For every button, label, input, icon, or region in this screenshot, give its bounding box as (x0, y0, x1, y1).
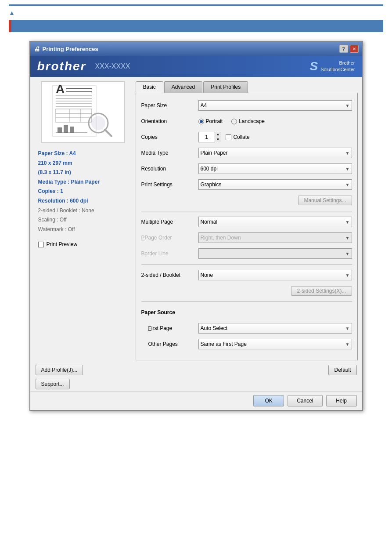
info-two-sided: 2-sided / Booklet : None (38, 206, 128, 216)
two-sided-arrow: ▼ (345, 273, 350, 278)
tab-content-basic: Paper Size A4 ▼ Orientation (136, 93, 358, 360)
other-pages-select[interactable]: Same as First Page ▼ (198, 339, 352, 349)
info-panel: Paper Size : A4 210 x 297 mm (8.3 x 11.7… (35, 147, 131, 236)
support-button[interactable]: Support... (36, 379, 70, 389)
copies-group: ▲ ▼ Collate (198, 132, 352, 142)
border-line-label: Border Line (141, 250, 198, 257)
footer-right-buttons: Default (328, 365, 356, 375)
close-button[interactable]: ✕ (350, 45, 359, 53)
orientation-label: Orientation (141, 118, 198, 124)
first-page-arrow: ▼ (345, 326, 350, 331)
paper-source-header-row: Paper Source (141, 306, 352, 319)
media-type-arrow: ▼ (345, 151, 350, 156)
solutions-icon: S (310, 59, 318, 73)
collate-checkbox[interactable] (226, 134, 231, 140)
multiple-page-select[interactable]: Normal ▼ (198, 217, 352, 227)
cancel-button[interactable]: Cancel (288, 395, 322, 406)
landscape-radio-circle[interactable] (231, 119, 237, 124)
info-paper-size-1: Paper Size : A4 (38, 149, 128, 159)
media-type-label: Media Type (141, 150, 198, 156)
default-button[interactable]: Default (328, 365, 356, 375)
print-preview-row: Print Preview (35, 239, 131, 249)
manual-settings-button[interactable]: Manual Settings... (298, 196, 352, 205)
info-media-type: Media Type : Plain Paper (38, 178, 128, 187)
multiple-page-arrow: ▼ (345, 220, 350, 225)
tab-basic[interactable]: Basic (136, 81, 163, 93)
tab-advanced[interactable]: Advanced (164, 81, 202, 93)
print-settings-label: Print Settings (141, 181, 198, 188)
brother-logo: brother (37, 59, 86, 73)
manual-settings-control: Manual Settings... (198, 196, 352, 205)
printing-preferences-dialog: 🖨 Printing Preferences ? ✕ brother XXX-X… (29, 41, 363, 411)
svg-text:A: A (56, 83, 65, 96)
paper-size-select[interactable]: A4 ▼ (198, 100, 352, 111)
orientation-control: Portrait Landscape (198, 118, 352, 124)
portrait-label: Portrait (206, 118, 223, 124)
first-page-select[interactable]: Auto Select ▼ (198, 323, 352, 334)
portrait-radio-circle[interactable] (198, 119, 204, 124)
paper-size-arrow: ▼ (345, 103, 350, 108)
svg-rect-16 (70, 127, 74, 133)
other-pages-control[interactable]: Same as First Page ▼ (198, 339, 352, 349)
help-button[interactable]: Help (326, 395, 357, 406)
help-titlebar-button[interactable]: ? (339, 45, 348, 53)
dialog-body: A (30, 77, 362, 365)
multiple-page-value: Normal (201, 219, 218, 225)
print-preview-checkbox[interactable] (38, 242, 44, 247)
printer-model: XXX-XXXX (95, 62, 130, 70)
paper-size-control[interactable]: A4 ▼ (198, 100, 352, 111)
tab-print-profiles[interactable]: Print Profiles (203, 81, 248, 93)
two-sided-settings-control: 2-sided Settings(X)... (198, 286, 352, 296)
resolution-label: Resolution (141, 166, 198, 172)
paper-source-header: Paper Source (141, 309, 198, 316)
other-pages-label: Other Pages (141, 341, 198, 347)
resolution-select[interactable]: 600 dpi ▼ (198, 163, 352, 174)
portrait-radio[interactable]: Portrait (198, 118, 223, 124)
print-settings-control[interactable]: Graphics ▼ (198, 179, 352, 190)
resolution-control[interactable]: 600 dpi ▼ (198, 163, 352, 174)
media-type-control[interactable]: Plain Paper ▼ (198, 148, 352, 158)
two-sided-settings-button[interactable]: 2-sided Settings(X)... (291, 286, 352, 296)
page-top-line (9, 4, 383, 6)
border-line-arrow: ▼ (345, 251, 350, 256)
copies-row: Copies ▲ ▼ (141, 131, 352, 143)
print-settings-value: Graphics (201, 181, 222, 188)
print-preview-label: Print Preview (47, 241, 78, 247)
border-line-select: ▼ (198, 248, 352, 259)
solutions-center[interactable]: S BrotherSolutionsCenter (310, 59, 355, 73)
first-page-row: First Page Auto Select ▼ (141, 322, 352, 334)
media-type-select[interactable]: Plain Paper ▼ (198, 148, 352, 158)
paper-size-value: A4 (201, 102, 207, 109)
copies-label: Copies (141, 134, 198, 140)
collate-group: Collate (226, 134, 249, 140)
spinner-up[interactable]: ▲ (215, 132, 221, 137)
two-sided-label: 2-sided / Booklet (141, 272, 198, 278)
orientation-radio-group: Portrait Landscape (198, 118, 352, 124)
spinner-down[interactable]: ▼ (215, 137, 221, 142)
border-line-control: ▼ (198, 248, 352, 259)
other-pages-row: Other Pages Same as First Page ▼ (141, 338, 352, 350)
print-settings-row: Print Settings Graphics ▼ (141, 178, 352, 191)
border-line-row: Border Line ▼ (141, 247, 352, 260)
print-settings-select[interactable]: Graphics ▼ (198, 179, 352, 190)
copies-input[interactable] (199, 132, 215, 142)
first-page-control[interactable]: Auto Select ▼ (198, 323, 352, 334)
add-profile-button[interactable]: Add Profile(J)... (36, 365, 83, 375)
copies-spinner[interactable]: ▲ ▼ (198, 132, 222, 142)
page-order-arrow: ▼ (345, 236, 350, 240)
ok-button[interactable]: OK (253, 395, 284, 406)
home-icon[interactable]: ▲ (9, 9, 383, 16)
svg-rect-14 (58, 127, 62, 133)
manual-settings-row: Manual Settings... (141, 194, 352, 207)
separator-1 (141, 211, 352, 211)
landscape-radio[interactable]: Landscape (231, 118, 265, 124)
paper-size-row: Paper Size A4 ▼ (141, 99, 352, 112)
page-order-select: Right, then Down ▼ (198, 232, 352, 243)
multiple-page-control[interactable]: Normal ▼ (198, 217, 352, 227)
two-sided-control[interactable]: None ▼ (198, 270, 352, 280)
two-sided-select[interactable]: None ▼ (198, 270, 352, 280)
info-copies: Copies : 1 (38, 187, 128, 196)
support-row: Support... (30, 379, 362, 391)
resolution-row: Resolution 600 dpi ▼ (141, 163, 352, 175)
separator-3 (141, 301, 352, 302)
